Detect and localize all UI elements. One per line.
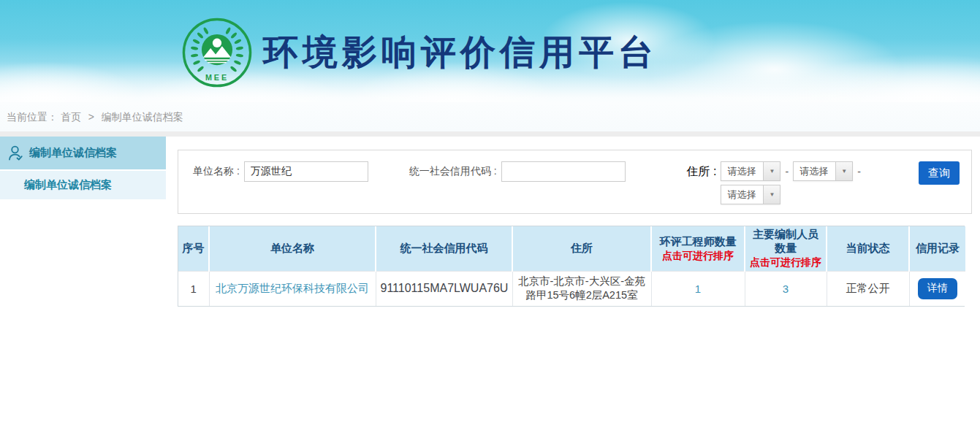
cell-status: 正常公开 — [827, 272, 909, 306]
site-title: 环境影响评价信用平台 — [263, 16, 658, 89]
breadcrumb-home-link[interactable]: 首页 — [61, 111, 81, 123]
credit-code-input[interactable] — [501, 161, 626, 182]
credit-code-field-group: 统一社会信用代码 : — [409, 161, 626, 182]
mee-logo-icon: MEE — [181, 17, 253, 88]
district-select[interactable]: 请选择 ▼ — [721, 185, 780, 204]
credit-code-label: 统一社会信用代码 : — [409, 165, 497, 178]
breadcrumb-separator: > — [88, 111, 94, 123]
col-header-staff-count[interactable]: 主要编制人员数量 点击可进行排序 — [745, 226, 827, 272]
province-select-value: 请选择 — [721, 162, 763, 180]
address-selects: 请选择 ▼ - 请选择 ▼ - 请选择 — [721, 161, 865, 204]
page: MEE 环境影响评价信用平台 当前位置： 首页 > 编制单位诚信档案 编制单位诚… — [0, 0, 980, 422]
cell-index: 1 — [178, 272, 209, 306]
city-select[interactable]: 请选择 ▼ — [793, 161, 853, 181]
chevron-down-icon[interactable]: ▼ — [763, 185, 780, 204]
table-header-row: 序号 单位名称 统一社会信用代码 住所 环评工程师数量 点击可进行排序 主要编制… — [178, 226, 965, 272]
col-header-credit-code: 统一社会信用代码 — [376, 226, 512, 272]
address-field-group: 住所 : 请选择 ▼ - 请选择 ▼ - — [687, 161, 865, 204]
chevron-down-icon[interactable]: ▼ — [835, 162, 852, 180]
breadcrumb-current: 编制单位诚信档案 — [102, 111, 183, 123]
table-row: 1 北京万源世纪环保科技有限公司 91110115MA7LWUA76U 北京市-… — [178, 272, 965, 306]
engineer-count-link[interactable]: 1 — [695, 283, 701, 295]
city-select-value: 请选择 — [794, 162, 835, 180]
breadcrumb-prefix: 当前位置： — [7, 111, 58, 123]
query-button[interactable]: 查询 — [919, 161, 960, 185]
province-select[interactable]: 请选择 ▼ — [721, 161, 780, 181]
col-header-address: 住所 — [512, 226, 651, 272]
unit-name-label: 单位名称 : — [193, 165, 240, 178]
person-check-icon — [7, 145, 25, 162]
unit-name-input[interactable] — [244, 161, 368, 182]
sidebar-item-unit-credit-archive[interactable]: 编制单位诚信档案 — [0, 137, 166, 169]
chevron-down-icon[interactable]: ▼ — [763, 162, 780, 180]
sidebar-subitem-label: 编制单位诚信档案 — [24, 178, 112, 192]
col-header-index: 序号 — [178, 226, 209, 272]
sort-hint: 点击可进行排序 — [655, 250, 741, 263]
address-dash: - — [785, 166, 789, 177]
col-header-credit-record: 信用记录 — [909, 226, 965, 272]
header-divider — [0, 131, 980, 137]
unit-name-field-group: 单位名称 : — [193, 161, 368, 182]
col-header-engineer-count[interactable]: 环评工程师数量 点击可进行排序 — [651, 226, 745, 272]
cell-credit-code: 91110115MA7LWUA76U — [376, 272, 512, 306]
sort-hint: 点击可进行排序 — [748, 256, 823, 269]
brand: MEE 环境影响评价信用平台 — [181, 16, 658, 89]
detail-button[interactable]: 详情 — [918, 278, 957, 299]
address-dash: - — [857, 166, 861, 177]
sidebar-item-label: 编制单位诚信档案 — [29, 146, 117, 160]
breadcrumb: 当前位置： 首页 > 编制单位诚信档案 — [0, 102, 980, 131]
col-header-unit-name: 单位名称 — [209, 226, 376, 272]
svg-text:MEE: MEE — [205, 73, 229, 82]
content-area: 单位名称 : 统一社会信用代码 : 住所 : 请选择 ▼ — [166, 137, 980, 422]
sidebar-subitem-unit-credit-archive[interactable]: 编制单位诚信档案 — [0, 169, 166, 199]
address-label: 住所 : — [687, 161, 717, 181]
search-panel: 单位名称 : 统一社会信用代码 : 住所 : 请选择 ▼ — [178, 150, 972, 214]
site-header: MEE 环境影响评价信用平台 — [0, 0, 980, 102]
district-select-value: 请选择 — [721, 185, 763, 204]
cell-address: 北京市-北京市-大兴区-金苑路甲15号6幢2层A215室 — [512, 272, 651, 306]
unit-name-link[interactable]: 北京万源世纪环保科技有限公司 — [216, 282, 369, 294]
staff-count-link[interactable]: 3 — [783, 283, 789, 295]
main-area: 编制单位诚信档案 编制单位诚信档案 单位名称 : 统一社会信用代码 : 住所 : — [0, 137, 980, 422]
results-table: 序号 单位名称 统一社会信用代码 住所 环评工程师数量 点击可进行排序 主要编制… — [178, 226, 965, 307]
sidebar: 编制单位诚信档案 编制单位诚信档案 — [0, 137, 166, 422]
col-header-status: 当前状态 — [827, 226, 909, 272]
